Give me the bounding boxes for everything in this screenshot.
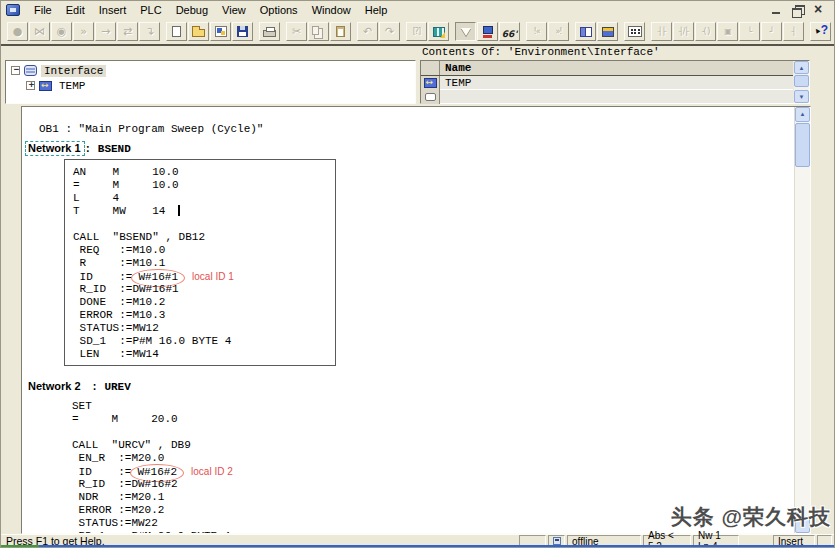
code-line[interactable]: REQ :=M10.0	[73, 244, 335, 257]
menu-item-view[interactable]: View	[215, 3, 253, 17]
new-network-button[interactable]	[624, 22, 645, 41]
table-row[interactable]	[421, 90, 793, 104]
code-line[interactable]: = M 20.0	[72, 413, 794, 426]
tree-label-temp[interactable]: TEMP	[56, 80, 88, 92]
code-line[interactable]: CALL "URCV" , DB9	[72, 439, 794, 452]
name-column-header: Name	[440, 61, 793, 75]
toolbar-group	[455, 22, 521, 41]
code-line[interactable]: STATUS:=MW12	[73, 322, 335, 335]
close-icon[interactable]	[812, 4, 826, 16]
code-line[interactable]: = M 10.0	[73, 179, 335, 192]
exchange-icon: ⇄	[123, 26, 132, 37]
symbol-representation-button[interactable]	[477, 22, 498, 41]
row-name-cell[interactable]: TEMP	[440, 76, 793, 90]
code-area[interactable]: OB1 : "Main Program Sweep (Cycle)" Netwo…	[22, 107, 794, 533]
close-branch-button: ┘	[761, 22, 782, 41]
detail-window-button[interactable]	[597, 22, 618, 41]
filter-button[interactable]	[455, 22, 476, 41]
code-line[interactable]: R_ID :=DW#16#1	[73, 283, 335, 296]
menu-item-file[interactable]: File	[27, 3, 59, 17]
tree-label-interface[interactable]: Interface	[41, 65, 106, 77]
annotation-note: local ID 2	[191, 466, 233, 477]
network-name: : UREV	[85, 381, 131, 393]
new-icon	[172, 26, 181, 37]
scroll-thumb[interactable]	[795, 123, 810, 167]
breakpoint-active-button: ◉	[51, 22, 72, 41]
code-line[interactable]: R :=M10.1	[73, 257, 335, 270]
online-partner-button[interactable]	[210, 22, 231, 41]
help-select-button[interactable]	[810, 22, 831, 41]
code-line[interactable]: EN_R :=M20.0	[72, 452, 794, 465]
row-name-cell[interactable]	[440, 90, 793, 104]
contact-nc-icon: ┤/├	[679, 28, 688, 36]
code-line[interactable]: SET	[72, 400, 794, 413]
scroll-down-icon[interactable]	[794, 90, 809, 103]
scroll-up-icon[interactable]	[795, 107, 810, 122]
code-line[interactable]: DONE :=M10.2	[73, 296, 335, 309]
resume-button: »	[73, 22, 94, 41]
code-block[interactable]: AN M 10.0= M 10.0L 4T MW 14CALL "BSEND" …	[64, 159, 336, 366]
toolbar-group	[575, 22, 619, 41]
code-line[interactable]: AN M 10.0	[73, 166, 335, 179]
scroll-thumb[interactable]	[794, 75, 809, 87]
toolbar-group	[259, 22, 281, 41]
save-button[interactable]	[232, 22, 253, 41]
copy-icon	[312, 26, 319, 35]
code-line[interactable]: SD_1 :=P#M 16.0 BYTE 4	[73, 335, 335, 348]
code-line[interactable]: ID :=W#16#2local ID 2	[72, 465, 794, 478]
menu-item-plc[interactable]: PLC	[133, 3, 168, 17]
toolbar-group	[624, 22, 646, 41]
declaration-tree[interactable]: Interface TEMP	[5, 60, 416, 104]
step-out-button: ↴	[139, 22, 160, 41]
monitor-button[interactable]	[499, 22, 520, 41]
code-line[interactable]: ID :=W#16#1local ID 1	[73, 270, 335, 283]
menu-item-edit[interactable]: Edit	[59, 3, 92, 17]
window-controls	[770, 4, 826, 16]
code-line[interactable]: LEN :=MW14	[73, 348, 335, 361]
tree-item-temp[interactable]: TEMP	[6, 78, 415, 93]
symbol-representation-icon	[483, 26, 493, 38]
expand-icon[interactable]	[26, 81, 35, 90]
new-button[interactable]	[166, 22, 187, 41]
menu-item-options[interactable]: Options	[253, 3, 305, 17]
minimize-icon[interactable]	[770, 4, 784, 16]
next-statement-button: →	[95, 22, 116, 41]
code-editor[interactable]: OB1 : "Main Program Sweep (Cycle)" Netwo…	[21, 106, 811, 534]
table-scrollbar[interactable]	[794, 61, 809, 103]
toolbar-group: [?]	[406, 22, 450, 41]
menu-item-debug[interactable]: Debug	[169, 3, 215, 17]
declaration-table[interactable]: Name TEMP	[420, 60, 810, 104]
code-line[interactable]: CALL "BSEND" , DB12	[73, 231, 335, 244]
code-line[interactable]: R_ID :=DW#16#2	[72, 478, 794, 491]
collapse-icon[interactable]	[11, 66, 20, 75]
code-line[interactable]	[73, 218, 335, 231]
editor-scrollbar[interactable]	[794, 107, 810, 533]
restore-icon[interactable]	[791, 4, 805, 16]
print-button[interactable]	[259, 22, 280, 41]
toolbar-group: ✂	[286, 22, 352, 41]
table-row[interactable]: TEMP	[421, 76, 793, 90]
tree-item-interface[interactable]: Interface	[6, 63, 415, 78]
menu-item-insert[interactable]: Insert	[92, 3, 134, 17]
connector-button: ┤	[783, 22, 804, 41]
empty-box-button: ▣	[717, 22, 738, 41]
open-button[interactable]	[188, 22, 209, 41]
scroll-up-icon[interactable]	[794, 61, 809, 74]
code-line[interactable]: ERROR :=M10.3	[73, 309, 335, 322]
network-label[interactable]: Network 1	[25, 141, 85, 156]
network-label[interactable]: Network 2	[25, 379, 85, 394]
filter-icon	[461, 28, 471, 36]
connection-icon	[553, 537, 561, 545]
breakpoint-delete-button: ⋈	[29, 22, 50, 41]
code-line[interactable]	[72, 426, 794, 439]
code-line[interactable]: T MW 14	[73, 205, 335, 218]
menu-item-window[interactable]: Window	[305, 3, 358, 17]
code-line[interactable]: L 4	[73, 192, 335, 205]
overview-window-button[interactable]	[575, 22, 596, 41]
cut-icon: ✂	[292, 26, 301, 37]
menu-item-help[interactable]: Help	[358, 3, 395, 17]
open-branch-button: └	[739, 22, 760, 41]
row-icon-cell	[421, 76, 440, 90]
contact-no-button: ┤├	[651, 22, 672, 41]
catalog-button[interactable]	[428, 22, 449, 41]
